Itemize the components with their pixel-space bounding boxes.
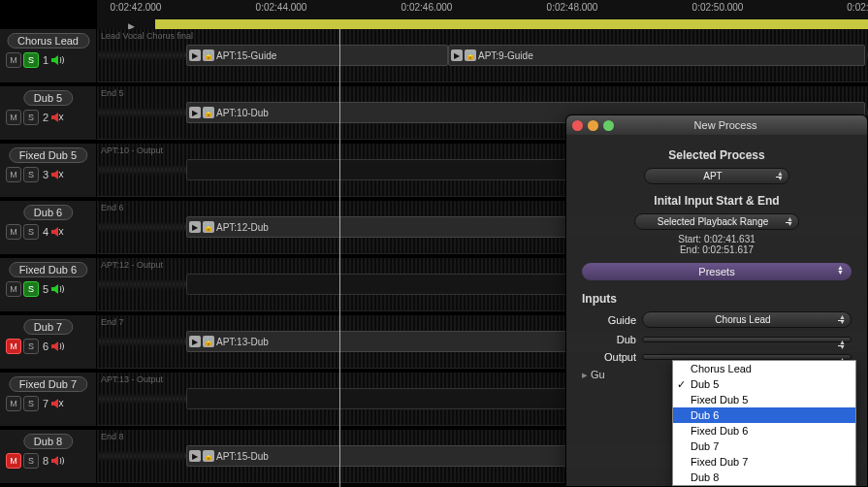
playhead[interactable] <box>339 29 340 487</box>
lane-label: Lead Vocal Chorus final <box>101 31 193 41</box>
solo-button[interactable]: S <box>23 167 39 182</box>
clip-label: APT:13-Dub <box>216 337 269 347</box>
play-icon[interactable]: ▶ <box>451 49 463 61</box>
play-icon[interactable]: ▶ <box>189 49 201 61</box>
presets-button[interactable]: Presets▲▼ <box>582 263 852 280</box>
dropdown-item[interactable]: Fixed Dub 7 <box>673 454 855 470</box>
track-header[interactable]: Dub 6MS4 <box>0 201 97 254</box>
end-time: End: 0:02:51.617 <box>582 244 852 255</box>
solo-button[interactable]: S <box>23 224 39 240</box>
close-icon[interactable] <box>572 120 583 131</box>
dropdown-item[interactable]: Dub 8 <box>673 470 855 485</box>
lane-label: APT:13 - Output <box>101 374 163 384</box>
dropdown-item[interactable]: Dub 7 <box>673 438 855 454</box>
lock-icon[interactable]: 🔒 <box>465 49 476 61</box>
speaker-icon[interactable] <box>50 169 64 180</box>
dub-select[interactable]: ▲▼ <box>642 337 852 342</box>
lane-label: End 8 <box>101 432 124 441</box>
minimize-icon[interactable] <box>588 120 598 131</box>
track-header[interactable]: Dub 7MS6 <box>0 315 97 369</box>
mute-button[interactable]: M <box>6 52 21 68</box>
dropdown-item[interactable]: Dub 6 <box>673 407 855 423</box>
lock-icon[interactable]: 🔒 <box>203 336 214 347</box>
tick: 0:02:48.000 <box>547 2 598 13</box>
clip-label: APT:15-Guide <box>216 50 276 61</box>
solo-button[interactable]: S <box>23 453 39 469</box>
solo-button[interactable]: S <box>23 281 39 297</box>
speaker-icon[interactable] <box>50 54 64 66</box>
dialog-title: New Process <box>694 119 757 131</box>
speaker-icon[interactable] <box>50 398 64 409</box>
track-name[interactable]: Dub 6 <box>23 205 73 220</box>
mute-button[interactable]: M <box>6 396 21 411</box>
mute-button[interactable]: M <box>6 453 21 469</box>
track-name[interactable]: Fixed Dub 5 <box>9 147 87 163</box>
track-number: 4 <box>43 226 48 238</box>
solo-button[interactable]: S <box>23 339 39 354</box>
input-range-heading: Inital Input Start & End <box>582 194 852 208</box>
dropdown-item[interactable]: Fixed Dub 6 <box>673 423 855 438</box>
track-name[interactable]: Fixed Dub 7 <box>9 376 87 392</box>
track-number: 8 <box>43 455 48 467</box>
guide-select[interactable]: Chorus Lead▲▼ <box>642 311 852 328</box>
lane-label: End 6 <box>101 203 124 212</box>
dropdown-item[interactable]: Dub 5 <box>673 376 855 392</box>
tick: 0:02:52 <box>847 2 868 13</box>
mute-button[interactable]: M <box>6 167 21 182</box>
play-icon[interactable]: ▶ <box>189 107 201 118</box>
inputs-heading: Inputs <box>582 292 852 306</box>
track-header[interactable]: Fixed Dub 5MS3 <box>0 144 97 197</box>
track-name[interactable]: Fixed Dub 6 <box>9 262 87 277</box>
speaker-icon[interactable] <box>50 283 64 295</box>
clip[interactable]: ▶🔒APT:9-Guide <box>448 45 865 66</box>
track-header[interactable]: Chorus LeadMS1 <box>0 29 97 82</box>
dropdown-item[interactable]: Chorus Lead <box>673 361 855 376</box>
output-label: Output <box>582 351 636 363</box>
solo-button[interactable]: S <box>23 396 39 411</box>
solo-button[interactable]: S <box>23 110 39 125</box>
speaker-icon[interactable] <box>50 341 64 352</box>
tick: 0:02:44.000 <box>256 2 307 13</box>
mute-button[interactable]: M <box>6 339 21 354</box>
track-number: 5 <box>43 283 48 295</box>
zoom-icon[interactable] <box>603 120 614 131</box>
track-number: 3 <box>43 169 48 180</box>
speaker-icon[interactable] <box>50 226 64 238</box>
mute-button[interactable]: M <box>6 224 21 240</box>
track-lane[interactable]: Lead Vocal Chorus final▶🔒APT:15-Guide▶🔒A… <box>97 29 868 82</box>
track-name[interactable]: Dub 5 <box>23 90 73 106</box>
speaker-icon[interactable] <box>50 455 64 467</box>
lock-icon[interactable]: 🔒 <box>203 221 214 233</box>
process-select[interactable]: APT▲▼ <box>644 168 789 184</box>
speaker-icon[interactable] <box>50 112 64 123</box>
clip-label: APT:15-Dub <box>216 451 269 462</box>
play-icon[interactable]: ▶ <box>189 221 201 233</box>
track-name[interactable]: Dub 7 <box>23 319 73 335</box>
solo-button[interactable]: S <box>23 52 39 68</box>
track-name[interactable]: Chorus Lead <box>7 33 89 49</box>
range-select[interactable]: Selected Playback Range▲▼ <box>634 213 799 230</box>
clip[interactable]: ▶🔒APT:15-Guide <box>186 45 448 66</box>
play-icon[interactable]: ▶ <box>189 336 201 347</box>
lock-icon[interactable]: 🔒 <box>203 49 214 61</box>
clip-label: APT:10-Dub <box>216 108 269 118</box>
track-header[interactable]: Dub 5MS2 <box>0 86 97 140</box>
timeline-ruler[interactable]: ▶ 0:02:42.000 0:02:44.000 0:02:46.000 0:… <box>97 0 868 29</box>
track-name[interactable]: Dub 8 <box>23 434 73 449</box>
dub-dropdown[interactable]: Chorus LeadDub 5Fixed Dub 5Dub 6Fixed Du… <box>672 360 856 486</box>
track-header[interactable]: Dub 8MS8 <box>0 430 97 483</box>
lock-icon[interactable]: 🔒 <box>203 450 214 462</box>
track-header[interactable]: Fixed Dub 7MS7 <box>0 373 97 426</box>
track-header[interactable]: Fixed Dub 6MS5 <box>0 258 97 311</box>
dropdown-item[interactable]: Fixed Dub 5 <box>673 392 855 407</box>
selected-process-heading: Selected Process <box>582 148 852 162</box>
mute-button[interactable]: M <box>6 281 21 297</box>
mute-button[interactable]: M <box>6 110 21 125</box>
track-number: 1 <box>43 54 48 66</box>
selection-range[interactable] <box>155 19 868 29</box>
dialog-titlebar[interactable]: New Process <box>566 115 867 135</box>
lock-icon[interactable]: 🔒 <box>203 107 214 118</box>
lane-label: APT:10 - Output <box>101 146 163 155</box>
play-icon[interactable]: ▶ <box>189 450 201 462</box>
clip-label: APT:12-Dub <box>216 222 269 233</box>
